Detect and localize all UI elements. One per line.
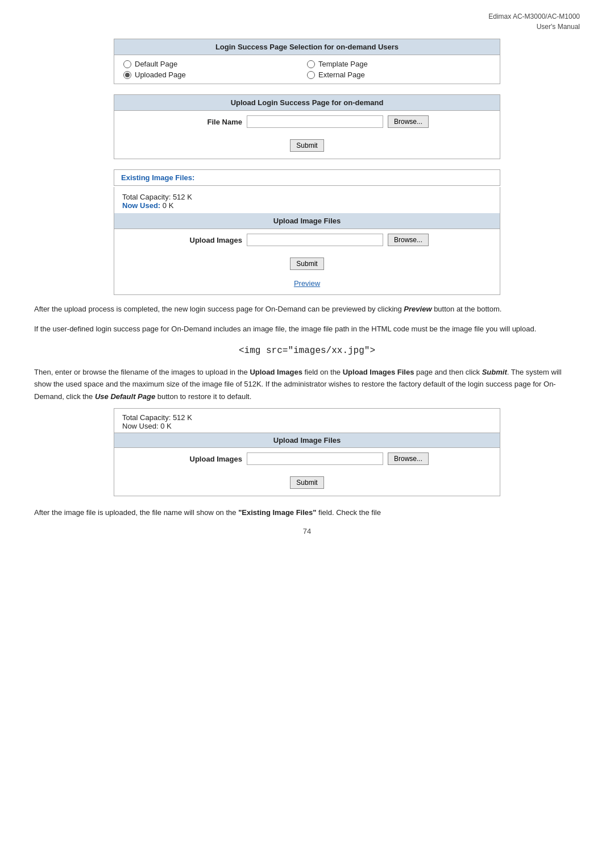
- file-name-label: File Name: [185, 118, 242, 126]
- bottom-now-used-row: Now Used: 0 K: [122, 422, 492, 430]
- code-example: <img src="images/xx.jpg">: [34, 346, 580, 356]
- preview-row: Preview: [114, 277, 500, 294]
- now-used-row: Now Used: 0 K: [122, 201, 492, 210]
- upload-images-row: Upload Images Browse...: [114, 229, 500, 251]
- upload-images-label: Upload Images: [185, 236, 242, 244]
- radio-external-page[interactable]: [307, 71, 315, 79]
- para3-mid2: page and then click: [414, 368, 482, 376]
- option-default-page[interactable]: Default Page: [123, 60, 307, 68]
- file-browse-button[interactable]: Browse...: [388, 115, 429, 128]
- bottom-submit-row: Submit: [114, 470, 500, 496]
- upload-images-browse-button[interactable]: Browse...: [388, 234, 429, 246]
- bottom-upload-image-files-title: Upload Image Files: [114, 433, 500, 448]
- login-success-panel: Login Success Page Selection for on-dema…: [114, 39, 500, 84]
- bottom-total-capacity-value: 512 K: [173, 413, 192, 422]
- option-uploaded-page-label: Uploaded Page: [135, 70, 186, 79]
- option-external-page-label: External Page: [318, 70, 365, 79]
- page-selection-options: Default Page Template Page Uploaded Page…: [114, 55, 500, 84]
- bottom-submit-button[interactable]: Submit: [290, 476, 323, 489]
- upload-images-submit-row: Submit: [114, 251, 500, 277]
- upload-images-submit-button[interactable]: Submit: [290, 258, 323, 270]
- header-line2: User's Manual: [537, 23, 580, 31]
- para1-end: button at the bottom.: [432, 305, 502, 313]
- final-para-end: field. Check the file: [316, 508, 380, 517]
- bottom-upload-images-row: Upload Images Browse...: [114, 448, 500, 470]
- upload-submit-row: Submit: [114, 132, 500, 159]
- para1-preview-bold: Preview: [404, 305, 432, 313]
- existing-image-files-label: Existing Image Files:: [121, 173, 194, 182]
- radio-uploaded-page[interactable]: [123, 71, 131, 79]
- upload-login-success-panel: Upload Login Success Page for on-demand …: [114, 94, 500, 159]
- option-default-page-label: Default Page: [135, 60, 177, 68]
- file-name-row: File Name Browse...: [114, 111, 500, 132]
- final-para-bold: "Existing Image Files": [238, 508, 316, 517]
- bottom-browse-button[interactable]: Browse...: [388, 452, 429, 465]
- para1-start: After the upload process is completed, t…: [34, 305, 404, 313]
- total-capacity-row: Total Capacity: 512 K: [122, 193, 492, 201]
- upload-images-input[interactable]: [247, 234, 383, 246]
- now-used-label: Now Used:: [122, 201, 160, 210]
- para3-upload-images-files-bold: Upload Images Files: [343, 368, 414, 376]
- para3-mid1: field on the: [302, 368, 343, 376]
- bottom-capacity-panel: Total Capacity: 512 K Now Used: 0 K Uplo…: [114, 408, 500, 496]
- option-uploaded-page[interactable]: Uploaded Page: [123, 70, 307, 79]
- total-capacity-label: Total Capacity:: [122, 193, 171, 201]
- login-success-panel-title: Login Success Page Selection for on-dema…: [114, 39, 500, 55]
- existing-image-files-header: Existing Image Files:: [114, 169, 500, 186]
- final-paragraph: After the image file is uploaded, the fi…: [34, 506, 580, 518]
- para3-end2: button to restore it to default.: [155, 392, 251, 401]
- para3-upload-images-bold: Upload Images: [250, 368, 302, 376]
- bottom-upload-images-label: Upload Images: [185, 455, 242, 463]
- radio-template-page[interactable]: [307, 60, 315, 68]
- preview-link[interactable]: Preview: [294, 278, 320, 291]
- bottom-total-capacity-label: Total Capacity:: [122, 413, 171, 422]
- header-line1: Edimax AC-M3000/AC-M1000: [488, 13, 580, 20]
- page-number: 74: [34, 527, 580, 535]
- radio-default-page[interactable]: [123, 60, 131, 68]
- bottom-now-used-value: 0 K: [160, 422, 172, 430]
- file-name-input[interactable]: [247, 115, 383, 128]
- now-used-value: 0 K: [163, 201, 174, 210]
- paragraph-2: If the user-defined login success page f…: [34, 323, 580, 335]
- para3-use-default-bold: Use Default Page: [95, 392, 155, 401]
- page-header: Edimax AC-M3000/AC-M1000 User's Manual: [34, 11, 580, 32]
- bottom-capacity-block: Total Capacity: 512 K Now Used: 0 K: [114, 409, 500, 433]
- option-external-page[interactable]: External Page: [307, 70, 491, 79]
- final-para-start: After the image file is uploaded, the fi…: [34, 508, 238, 517]
- option-template-page-label: Template Page: [318, 60, 368, 68]
- code-example-text: <img src="images/xx.jpg">: [239, 346, 375, 356]
- para3-start: Then, enter or browse the filename of th…: [34, 368, 250, 376]
- paragraph-1: After the upload process is completed, t…: [34, 303, 580, 315]
- upload-submit-button[interactable]: Submit: [290, 139, 323, 152]
- bottom-upload-images-input[interactable]: [247, 452, 383, 465]
- upload-image-files-title: Upload Image Files: [114, 213, 500, 229]
- capacity-block: Total Capacity: 512 K Now Used: 0 K Uplo…: [114, 187, 500, 295]
- paragraph-3: Then, enter or browse the filename of th…: [34, 366, 580, 402]
- bottom-total-capacity-row: Total Capacity: 512 K: [122, 413, 492, 422]
- total-capacity-value: 512 K: [173, 193, 192, 201]
- option-template-page[interactable]: Template Page: [307, 60, 491, 68]
- bottom-now-used-label: Now Used:: [122, 422, 159, 430]
- upload-panel-title: Upload Login Success Page for on-demand: [114, 95, 500, 111]
- para2-text: If the user-defined login success page f…: [34, 325, 536, 333]
- para3-submit-bold: Submit: [482, 368, 507, 376]
